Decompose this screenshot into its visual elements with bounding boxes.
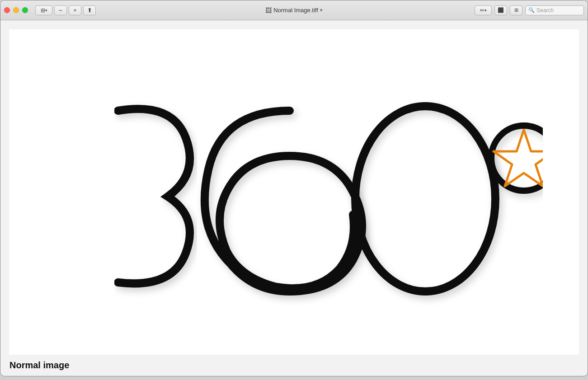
export-button[interactable]: ⬛ [494, 5, 507, 15]
title-dropdown-icon[interactable]: ▾ [320, 7, 323, 13]
search-icon: 🔍 [528, 7, 535, 13]
svg-point-0 [355, 106, 495, 291]
canvas-area [9, 29, 579, 355]
image-content [9, 29, 579, 355]
caption-area: Normal image [0, 355, 588, 376]
zoom-out-icon: − [59, 6, 63, 14]
search-box[interactable]: 🔍 Search [525, 5, 584, 15]
window-title: Normal Image.tiff [273, 7, 318, 14]
export-icon: ⬛ [498, 7, 504, 13]
close-button[interactable] [4, 7, 10, 13]
app-window: ⊞ ▾ − + ⬆ 🖼 Normal Image.tiff ▾ ✏ ▾ [0, 0, 588, 376]
view-icon: ⊞ [41, 7, 45, 14]
zoom-in-icon: + [73, 7, 77, 14]
annotate-button[interactable]: ✏ ▾ [475, 5, 492, 15]
zoom-out-button[interactable]: − [54, 5, 67, 15]
file-type-icon: 🖼 [265, 7, 272, 14]
zoom-in-button[interactable]: + [69, 5, 81, 15]
search-placeholder: Search [536, 7, 554, 14]
share-button[interactable]: ⬆ [83, 5, 96, 15]
titlebar-center: 🖼 Normal Image.tiff ▾ [265, 7, 323, 14]
share-icon: ⬆ [87, 7, 92, 14]
caption-text: Normal image [9, 360, 69, 370]
view-mode-button[interactable]: ⊞ ▾ [35, 5, 52, 15]
toolbar-right: ✏ ▾ ⬛ ⊞ 🔍 Search [475, 5, 584, 15]
titlebar: ⊞ ▾ − + ⬆ 🖼 Normal Image.tiff ▾ ✏ ▾ [0, 0, 588, 20]
image-svg [46, 56, 543, 328]
annotate-dropdown-icon: ▾ [485, 8, 487, 13]
tools-button[interactable]: ⊞ [510, 5, 522, 15]
toolbar-left: ⊞ ▾ − + ⬆ [35, 5, 96, 15]
view-dropdown-icon: ▾ [45, 8, 47, 13]
minimize-button[interactable] [13, 7, 19, 13]
traffic-lights [4, 7, 28, 13]
pencil-icon: ✏ [480, 7, 485, 14]
tools-icon: ⊞ [514, 7, 518, 13]
maximize-button[interactable] [22, 7, 28, 13]
